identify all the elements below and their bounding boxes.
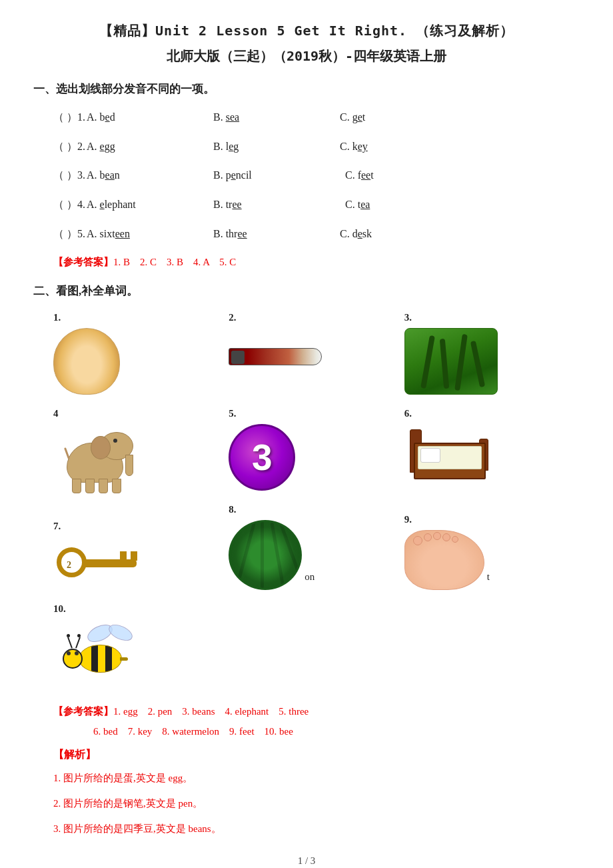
img-cell-9: 9. t — [404, 511, 580, 590]
img-label-6: 6. — [404, 405, 580, 421]
feet-row: t — [404, 530, 490, 590]
q3-b: B. pencil — [213, 167, 340, 184]
q5-a: A. sixteen — [87, 225, 213, 243]
q1-num: （ ）1. — [53, 109, 87, 126]
bed-image — [404, 424, 498, 487]
q3-num: （ ）3. — [53, 167, 87, 184]
analysis-item-3: 3. 图片所给的是四季豆,英文是 beans。 — [53, 821, 580, 837]
q2-c: C. key — [340, 138, 466, 155]
image-row-1: 1. 2. 3. — [53, 309, 580, 395]
watermelon-image — [229, 520, 302, 590]
q3-a: A. bean — [87, 167, 213, 184]
three-image: 3 — [229, 424, 295, 491]
q4-a: A. elephant — [87, 196, 213, 213]
section2-title: 二、看图,补全单词。 — [33, 282, 580, 300]
page-number: 1 / 3 — [33, 853, 580, 868]
img-label-9: 9. — [404, 511, 412, 527]
question-5: （ ）5. A. sixteen B. three C. desk — [53, 225, 580, 243]
watermelon-row: on — [229, 520, 314, 590]
section1-questions: （ ）1. A. bed B. sea C. get （ ）2. A. egg … — [33, 109, 580, 242]
analysis-item-2: 2. 图片所给的是钢笔,英文是 pen。 — [53, 795, 580, 811]
q3-c: C. feet — [340, 167, 466, 184]
section1-title: 一、选出划线部分发音不同的一项。 — [33, 80, 580, 98]
q2-num: （ ）2. — [53, 138, 87, 155]
question-4: （ ）4. A. elephant B. tree C. tea — [53, 196, 580, 213]
q1-b: B. sea — [213, 109, 340, 126]
bee-image — [53, 619, 147, 693]
q1-a: A. bed — [87, 109, 213, 126]
images-section: 1. 2. 3. 4 — [33, 309, 580, 693]
img-label-7: 7. — [53, 518, 229, 534]
q1-c: C. get — [340, 109, 466, 126]
image-row-3: 7. 2 8. — [53, 501, 580, 590]
img-label-1: 1. — [53, 309, 229, 325]
img-cell-10: 10. — [53, 601, 240, 693]
img-cell-7: 7. 2 — [53, 518, 229, 590]
q4-num: （ ）4. — [53, 196, 87, 213]
img-label-10: 10. — [53, 601, 240, 617]
page-title: 【精品】Unit 2 Lesson 5 Get It Right. （练习及解析… — [33, 20, 580, 41]
feet-suffix: t — [487, 569, 490, 585]
img-label-3: 3. — [404, 309, 580, 325]
img-cell-1: 1. — [53, 309, 229, 395]
question-2: （ ）2. A. egg B. leg C. key — [53, 138, 580, 155]
q5-c: C. desk — [340, 225, 466, 243]
img-cell-4: 4 — [53, 405, 229, 491]
pen-image — [229, 348, 322, 365]
q4-b: B. tree — [213, 196, 340, 213]
q4-c: C. tea — [340, 196, 466, 213]
section1-answers: 【参考答案】1. B 2. C 3. B 4. A 5. C — [33, 254, 580, 270]
q5-b: B. three — [213, 225, 340, 243]
img-cell-2: 2. — [229, 309, 404, 365]
q2-b: B. leg — [213, 138, 340, 155]
question-3: （ ）3. A. bean B. pencil C. feet — [53, 167, 580, 184]
analysis-title: 【解析】 — [53, 746, 580, 763]
img-cell-3: 3. — [404, 309, 580, 395]
img-cell-5: 5. 3 — [229, 405, 404, 491]
img-label-4: 4 — [53, 405, 229, 421]
img-label-5: 5. — [229, 405, 404, 421]
elephant-image — [53, 424, 147, 491]
image-row-4: 10. — [53, 601, 580, 693]
q2-a: A. egg — [87, 138, 213, 155]
watermelon-suffix: on — [305, 569, 314, 585]
img-cell-6: 6. — [404, 405, 580, 487]
section2-answers-line1: 【参考答案】1. egg 2. pen 3. beans 4. elephant… — [33, 703, 580, 719]
key-image: 2 — [53, 537, 153, 590]
beans-image — [404, 328, 498, 395]
img-cell-8: 8. on — [229, 501, 404, 590]
analysis-item-1: 1. 图片所给的是蛋,英文是 egg。 — [53, 770, 580, 786]
question-1: （ ）1. A. bed B. sea C. get — [53, 109, 580, 126]
egg-image — [53, 328, 120, 395]
image-row-2: 4 5. — [53, 405, 580, 491]
img-label-8: 8. — [229, 501, 236, 517]
q5-num: （ ）5. — [53, 225, 87, 243]
feet-image — [404, 530, 484, 590]
img-label-2: 2. — [229, 309, 404, 325]
analysis-block: 【解析】 1. 图片所给的是蛋,英文是 egg。 2. 图片所给的是钢笔,英文是… — [33, 746, 580, 837]
section2-answers-line2: 6. bed 7. key 8. watermelon 9. feet 10. … — [33, 723, 580, 739]
page-subtitle: 北师大版（三起）（2019秋）-四年级英语上册 — [33, 45, 580, 67]
